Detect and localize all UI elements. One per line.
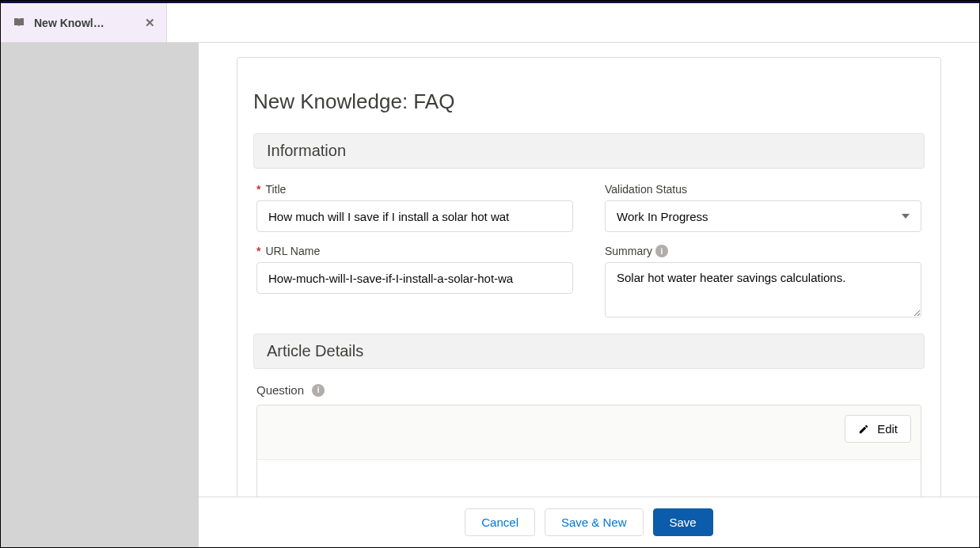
form-card: New Knowledge: FAQ Information * Title V… <box>237 57 941 500</box>
field-title: * Title <box>256 183 573 232</box>
url-name-label-text: URL Name <box>265 245 320 257</box>
url-name-label: * URL Name <box>256 245 573 257</box>
question-label: Question i <box>256 383 921 397</box>
question-label-text: Question <box>256 383 304 397</box>
required-marker: * <box>256 183 260 196</box>
section-article-details: Article Details <box>253 333 925 369</box>
chevron-down-icon <box>902 214 910 219</box>
required-marker: * <box>256 245 260 257</box>
workspace: New Knowledge: FAQ Information * Title V… <box>1 43 979 547</box>
footer-actions: Cancel Save & New Save <box>199 497 979 547</box>
cancel-button[interactable]: Cancel <box>465 508 535 536</box>
title-label: * Title <box>256 183 573 196</box>
summary-label-text: Summary <box>605 245 652 257</box>
left-gutter <box>1 43 199 547</box>
validation-status-label: Validation Status <box>605 183 921 196</box>
field-summary: Summary i <box>605 245 921 318</box>
section-information: Information <box>253 133 925 169</box>
validation-status-select[interactable]: Work In Progress <box>605 200 921 232</box>
close-icon[interactable]: ✕ <box>145 16 155 30</box>
tab-label: New Knowl… <box>34 17 104 29</box>
title-input[interactable] <box>256 200 573 232</box>
save-button[interactable]: Save <box>653 508 713 536</box>
info-icon[interactable]: i <box>312 384 325 397</box>
field-validation-status: Validation Status Work In Progress <box>605 183 921 232</box>
save-and-new-button[interactable]: Save & New <box>545 508 644 536</box>
field-url-name: * URL Name <box>256 245 573 318</box>
tab-bar: New Knowl… ✕ <box>1 3 979 43</box>
edit-button[interactable]: Edit <box>845 415 911 443</box>
url-name-input[interactable] <box>256 262 573 294</box>
question-rich-editor[interactable]: Edit <box>256 405 921 500</box>
edit-button-label: Edit <box>877 422 898 436</box>
book-icon <box>12 16 26 30</box>
question-area: Question i Edit <box>253 383 925 500</box>
info-icon[interactable]: i <box>655 245 668 257</box>
information-grid: * Title Validation Status Work In Progre… <box>253 183 925 333</box>
rich-editor-body <box>257 459 921 500</box>
page-title: New Knowledge: FAQ <box>253 89 925 114</box>
center-panel: New Knowledge: FAQ Information * Title V… <box>199 43 979 547</box>
validation-status-value: Work In Progress <box>617 210 708 223</box>
pencil-icon <box>858 424 869 435</box>
summary-label: Summary i <box>605 245 921 257</box>
title-label-text: Title <box>265 183 286 196</box>
tab-new-knowledge[interactable]: New Knowl… ✕ <box>1 3 167 42</box>
summary-textarea[interactable] <box>605 262 921 318</box>
